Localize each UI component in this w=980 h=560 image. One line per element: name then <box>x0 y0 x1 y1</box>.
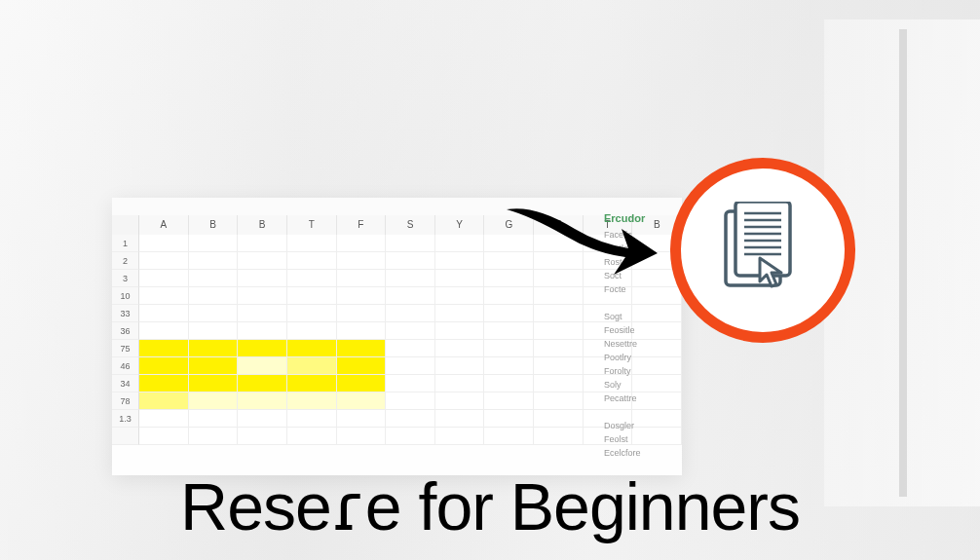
cell <box>534 305 584 322</box>
cell <box>534 287 584 305</box>
cell <box>435 392 485 410</box>
cell <box>139 270 189 287</box>
cell <box>386 357 435 375</box>
cell <box>337 322 387 340</box>
table-row: 78 <box>112 392 682 410</box>
cell <box>337 252 387 270</box>
cell <box>337 392 387 410</box>
feature-circle <box>670 158 855 343</box>
cell <box>189 357 239 375</box>
cell <box>189 428 239 445</box>
panel-item: Ecelcfore <box>604 446 680 460</box>
page-title: Reseɾe for Beginners <box>0 468 980 545</box>
table-row: 34 <box>112 375 682 392</box>
cell <box>484 392 534 410</box>
panel-item: Soly <box>604 378 680 392</box>
col-header: B <box>238 215 287 235</box>
cell <box>189 287 239 305</box>
table-row: 36 <box>112 322 682 340</box>
row-number: 46 <box>112 357 139 375</box>
cell <box>484 305 534 322</box>
cell <box>484 287 534 305</box>
cell <box>337 375 387 392</box>
row-number <box>112 428 139 445</box>
cell <box>287 375 337 392</box>
cell <box>139 252 189 270</box>
cell <box>238 357 287 375</box>
row-number: 78 <box>112 392 139 410</box>
cell <box>435 287 485 305</box>
document-cursor-icon <box>723 202 803 299</box>
cell <box>534 410 584 428</box>
cell <box>534 392 584 410</box>
cell <box>337 428 387 445</box>
panel-item <box>604 296 680 310</box>
cell <box>287 428 337 445</box>
cell <box>139 428 189 445</box>
cell <box>238 252 287 270</box>
cell <box>386 235 435 252</box>
cell <box>139 305 189 322</box>
cell <box>484 428 534 445</box>
cell <box>386 270 435 287</box>
cell <box>189 410 239 428</box>
cell <box>435 357 485 375</box>
panel-item: Sogt <box>604 310 680 323</box>
cell <box>484 322 534 340</box>
cell <box>386 410 435 428</box>
cell <box>287 252 337 270</box>
cell <box>238 270 287 287</box>
cell <box>435 235 485 252</box>
panel-item: Feolst <box>604 432 680 446</box>
cell <box>534 357 584 375</box>
cell <box>337 410 387 428</box>
row-number: 3 <box>112 270 139 287</box>
cell <box>435 340 485 357</box>
cell <box>238 322 287 340</box>
table-row: 46 <box>112 357 682 375</box>
table-row <box>112 428 682 445</box>
cell <box>189 322 239 340</box>
cell <box>189 235 239 252</box>
row-number: 36 <box>112 322 139 340</box>
row-number: 1.3 <box>112 410 139 428</box>
table-row: 33 <box>112 305 682 322</box>
cell <box>238 305 287 322</box>
cell <box>435 252 485 270</box>
cell <box>287 322 337 340</box>
cell <box>287 270 337 287</box>
cell <box>189 252 239 270</box>
window-frame <box>899 29 907 497</box>
row-number: 75 <box>112 340 139 357</box>
panel-item <box>604 405 680 419</box>
cell <box>534 340 584 357</box>
cell <box>189 305 239 322</box>
cell <box>139 357 189 375</box>
cell <box>287 305 337 322</box>
cell <box>337 235 387 252</box>
col-header: S <box>386 215 435 235</box>
cell <box>386 305 435 322</box>
cell <box>139 410 189 428</box>
cell <box>238 392 287 410</box>
panel-item: Nesettre <box>604 337 680 351</box>
cell <box>435 270 485 287</box>
cell <box>337 357 387 375</box>
panel-item: Feositle <box>604 323 680 337</box>
cell <box>337 287 387 305</box>
cell <box>189 340 239 357</box>
cell <box>435 322 485 340</box>
cell <box>337 270 387 287</box>
cell <box>534 428 584 445</box>
cell <box>238 340 287 357</box>
col-header: Y <box>435 215 485 235</box>
row-number: 10 <box>112 287 139 305</box>
cell <box>386 428 435 445</box>
cell <box>139 287 189 305</box>
cell <box>238 375 287 392</box>
row-number: 1 <box>112 235 139 252</box>
cell <box>287 340 337 357</box>
cell <box>386 340 435 357</box>
cell <box>435 428 485 445</box>
cell <box>386 287 435 305</box>
